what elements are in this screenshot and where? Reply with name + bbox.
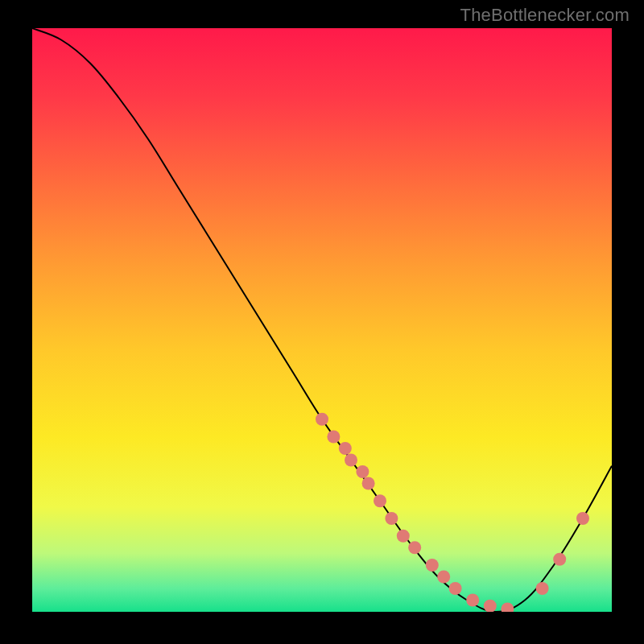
plot-area — [32, 28, 612, 612]
data-marker — [437, 571, 450, 584]
gradient-background — [32, 28, 612, 612]
data-marker — [327, 431, 340, 444]
attribution-text: TheBottlenecker.com — [460, 5, 630, 26]
data-marker — [466, 594, 479, 607]
data-marker — [426, 559, 439, 572]
data-marker — [316, 413, 328, 426]
data-marker — [345, 454, 357, 467]
data-marker — [536, 582, 549, 595]
data-marker — [397, 530, 410, 543]
data-marker — [553, 553, 566, 566]
data-marker — [374, 494, 386, 507]
data-marker — [385, 512, 398, 525]
data-marker — [449, 582, 462, 595]
data-marker — [356, 465, 369, 478]
data-marker — [362, 477, 375, 490]
chart-container: TheBottlenecker.com — [0, 0, 644, 644]
data-marker — [576, 512, 589, 525]
data-marker — [408, 541, 421, 554]
data-marker — [484, 600, 497, 612]
data-marker — [339, 442, 352, 455]
chart-svg — [32, 28, 612, 612]
